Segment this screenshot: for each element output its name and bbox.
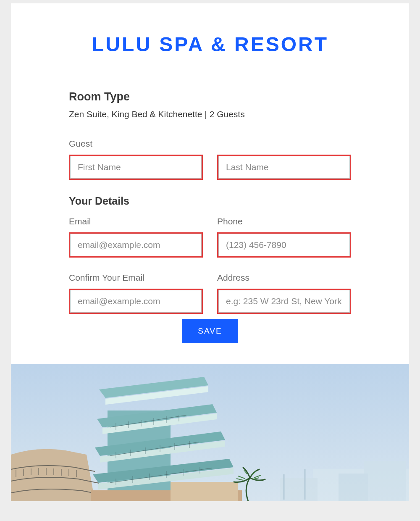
confirm-email-input[interactable]	[69, 289, 203, 314]
phone-input[interactable]	[217, 232, 351, 258]
room-type-heading: Room Type	[69, 90, 351, 103]
page-background-gap	[0, 501, 420, 521]
your-details-heading: Your Details	[69, 195, 351, 207]
svg-rect-2	[280, 478, 318, 501]
phone-col: Phone	[217, 216, 351, 258]
svg-rect-4	[339, 474, 368, 501]
email-phone-row: Email Phone	[69, 216, 351, 258]
email-label: Email	[69, 216, 203, 226]
page-title: LULU SPA & RESORT	[69, 33, 351, 56]
room-type-description: Zen Suite, King Bed & Kitchenette | 2 Gu…	[69, 109, 351, 119]
last-name-input[interactable]	[217, 155, 351, 180]
address-label: Address	[217, 273, 351, 283]
address-input[interactable]	[217, 289, 351, 314]
booking-card: LULU SPA & RESORT Room Type Zen Suite, K…	[11, 3, 409, 501]
form-content: LULU SPA & RESORT Room Type Zen Suite, K…	[11, 3, 409, 364]
guest-label-spacer	[217, 139, 351, 149]
first-name-col: Guest	[69, 139, 203, 180]
phone-label: Phone	[217, 216, 351, 226]
guest-label: Guest	[69, 139, 203, 149]
save-button[interactable]: SAVE	[182, 319, 238, 343]
guest-row: Guest	[69, 139, 351, 180]
first-name-input[interactable]	[69, 155, 203, 180]
confirm-email-label: Confirm Your Email	[69, 273, 203, 283]
svg-rect-3	[364, 461, 406, 501]
hero-image	[11, 364, 409, 501]
confirm-address-row: Confirm Your Email Address	[69, 273, 351, 314]
confirm-email-col: Confirm Your Email	[69, 273, 203, 314]
address-col: Address	[217, 273, 351, 314]
svg-rect-26	[171, 482, 238, 501]
email-input[interactable]	[69, 232, 203, 258]
save-row: SAVE	[69, 319, 351, 343]
last-name-col	[217, 139, 351, 180]
email-col: Email	[69, 216, 203, 258]
